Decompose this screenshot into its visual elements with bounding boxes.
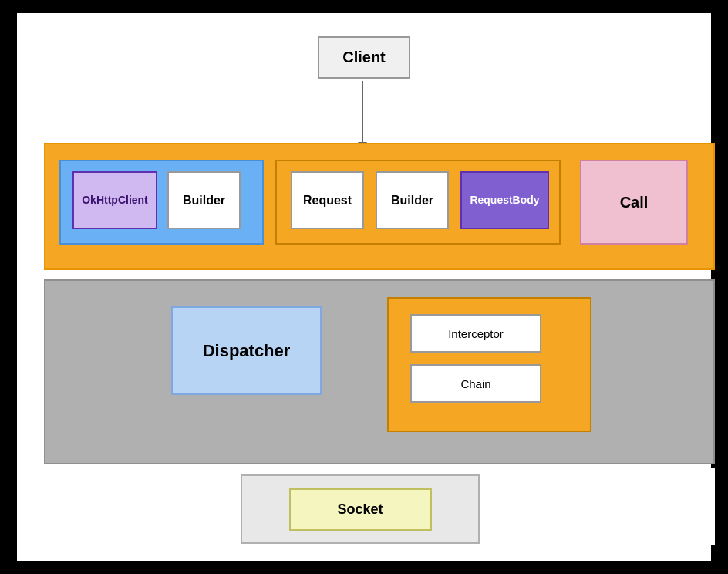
request-label: Request bbox=[303, 194, 352, 208]
dispatcher-label: Dispatcher bbox=[203, 341, 291, 361]
request-box: Request bbox=[291, 171, 364, 229]
socket-label: Socket bbox=[337, 501, 383, 518]
builder-blue-label: Builder bbox=[183, 194, 225, 208]
diagram: Client OkHttpClient Builder Request Buil… bbox=[17, 13, 711, 561]
builder-orange-label: Builder bbox=[391, 194, 433, 208]
call-box: Call bbox=[580, 160, 688, 245]
chain-label: Chain bbox=[460, 377, 490, 390]
arrow-client-to-layer1 bbox=[362, 81, 363, 143]
socket-box: Socket bbox=[289, 488, 432, 531]
layer-gray bbox=[44, 279, 715, 464]
chain-box: Chain bbox=[410, 364, 541, 403]
okhttpclient-label: OkHttpClient bbox=[82, 193, 148, 207]
interceptor-label: Interceptor bbox=[448, 327, 504, 340]
builder-blue-box: Builder bbox=[167, 171, 241, 229]
requestbody-box: RequestBody bbox=[460, 171, 549, 229]
requestbody-label: RequestBody bbox=[470, 193, 539, 207]
dispatcher-box: Dispatcher bbox=[171, 306, 322, 395]
client-box: Client bbox=[318, 36, 410, 79]
okhttpclient-box: OkHttpClient bbox=[72, 171, 157, 229]
socket-container: Socket bbox=[241, 474, 480, 544]
call-label: Call bbox=[620, 194, 649, 211]
builder-orange-box: Builder bbox=[376, 171, 449, 229]
interceptor-box: Interceptor bbox=[410, 314, 541, 353]
client-label: Client bbox=[342, 49, 386, 66]
